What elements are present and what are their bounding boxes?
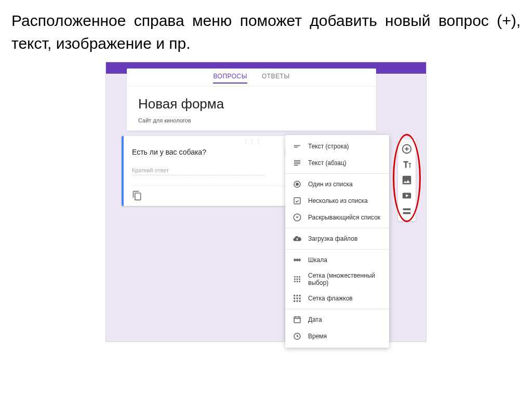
dropdown-item-date[interactable]: Дата — [285, 311, 389, 328]
grid-radio-icon — [292, 275, 302, 284]
svg-point-4 — [294, 276, 296, 278]
dropdown-item-short-text[interactable]: Текст (строка) — [285, 138, 389, 155]
dropdown-label: Дата — [308, 316, 322, 323]
dropdown-item-checkbox[interactable]: Несколько из списка — [285, 193, 389, 209]
svg-rect-22 — [294, 317, 300, 323]
slide-caption: Расположенное справа меню поможет добави… — [0, 0, 532, 58]
section-icon — [401, 205, 413, 217]
form-header: Новая форма Сайт для кинологов — [127, 86, 376, 131]
svg-point-10 — [294, 281, 296, 282]
dropdown-item-select[interactable]: Раскрывающийся список — [285, 209, 389, 226]
svg-rect-15 — [299, 295, 301, 296]
date-icon — [292, 315, 302, 324]
upload-icon — [292, 234, 302, 243]
add-question-button[interactable] — [401, 143, 413, 155]
dropdown-label: Раскрывающийся список — [308, 214, 380, 221]
tab-questions[interactable]: ВОПРОСЫ — [213, 73, 247, 83]
add-video-button[interactable] — [401, 190, 413, 201]
plus-circle-icon — [401, 143, 413, 155]
svg-point-1 — [296, 183, 299, 186]
svg-rect-2 — [294, 198, 300, 204]
time-icon — [292, 332, 302, 341]
svg-point-11 — [297, 281, 298, 282]
grid-check-icon — [292, 294, 302, 303]
dropdown-label: Сетка флажков — [308, 295, 353, 302]
svg-rect-27 — [403, 212, 411, 214]
title-text-icon — [401, 159, 413, 170]
svg-point-12 — [299, 281, 300, 282]
dropdown-item-time[interactable]: Время — [285, 328, 389, 345]
dropdown-label: Текст (строка) — [308, 143, 349, 150]
svg-rect-13 — [294, 295, 295, 296]
dropdown-label: Несколько из списка — [308, 197, 368, 204]
dropdown-label: Шкала — [308, 256, 327, 264]
dropdown-divider — [285, 173, 389, 174]
screenshot-frame: ВОПРОСЫ ОТВЕТЫ Новая форма Сайт для кино… — [105, 62, 427, 342]
dropdown-item-grid-check[interactable]: Сетка флажков — [285, 290, 389, 307]
radio-icon — [292, 180, 302, 189]
copy-icon — [132, 190, 142, 201]
form-description[interactable]: Сайт для кинологов — [138, 117, 365, 123]
question-type-dropdown: Текст (строка) Текст (абзац) Один из спи… — [285, 135, 389, 348]
dropdown-label: Текст (абзац) — [308, 159, 347, 167]
add-section-button[interactable] — [401, 205, 413, 217]
svg-point-5 — [297, 276, 298, 278]
dropdown-divider — [285, 249, 389, 250]
drag-handle-icon[interactable]: ⋮⋮⋮ — [243, 138, 262, 144]
short-answer-placeholder: Краткий ответ — [132, 167, 264, 175]
add-image-button[interactable] — [401, 174, 413, 186]
dropdown-label: Сетка (множественный выбор) — [308, 272, 382, 286]
dropdown-label: Время — [308, 333, 327, 340]
question-title-input[interactable] — [132, 146, 278, 159]
dropdown-item-paragraph[interactable]: Текст (абзац) — [285, 155, 389, 171]
svg-rect-26 — [403, 209, 411, 211]
svg-rect-16 — [294, 298, 295, 299]
dropdown-icon — [292, 213, 302, 222]
svg-point-9 — [299, 279, 300, 280]
svg-rect-21 — [299, 300, 301, 302]
svg-rect-14 — [297, 295, 298, 296]
svg-rect-20 — [297, 300, 298, 302]
svg-point-8 — [297, 279, 298, 280]
form-card: ВОПРОСЫ ОТВЕТЫ Новая форма Сайт для кино… — [127, 68, 376, 131]
scale-icon — [292, 255, 302, 265]
form-tabs: ВОПРОСЫ ОТВЕТЫ — [127, 68, 376, 86]
dropdown-item-scale[interactable]: Шкала — [285, 252, 389, 268]
svg-rect-17 — [297, 298, 298, 299]
tab-answers[interactable]: ОТВЕТЫ — [262, 73, 290, 83]
svg-point-6 — [299, 276, 300, 278]
form-title[interactable]: Новая форма — [138, 96, 365, 112]
dropdown-item-upload[interactable]: Загрузка файлов — [285, 230, 389, 247]
short-text-icon — [292, 142, 302, 151]
add-title-button[interactable] — [401, 159, 413, 170]
svg-point-7 — [294, 279, 296, 280]
svg-rect-18 — [299, 298, 301, 299]
dropdown-divider — [285, 228, 389, 228]
image-icon — [401, 174, 413, 186]
video-icon — [401, 190, 413, 201]
duplicate-button[interactable] — [132, 190, 142, 201]
dropdown-label: Загрузка файлов — [308, 235, 357, 242]
side-toolbar — [398, 139, 416, 221]
svg-rect-19 — [294, 300, 295, 302]
long-text-icon — [292, 158, 302, 168]
dropdown-divider — [285, 309, 389, 309]
dropdown-item-radio[interactable]: Один из списка — [285, 176, 389, 193]
dropdown-label: Один из списка — [308, 181, 353, 188]
checkbox-icon — [292, 196, 302, 205]
dropdown-item-grid-radio[interactable]: Сетка (множественный выбор) — [285, 268, 389, 290]
